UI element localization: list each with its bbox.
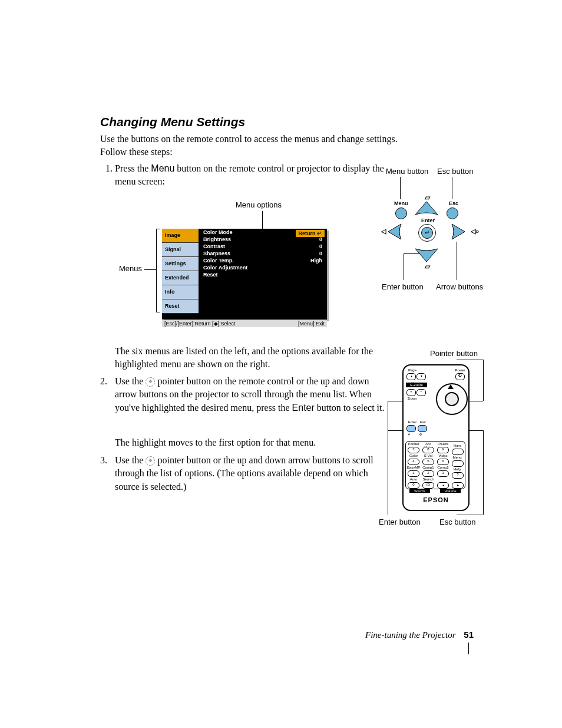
step1-pre: Press the bbox=[115, 163, 151, 173]
enter-arrow-icon: ↵ bbox=[421, 227, 433, 239]
side-button: ? bbox=[452, 472, 464, 479]
num-button: 9 bbox=[437, 447, 449, 453]
source-label: Source bbox=[409, 489, 430, 493]
option-name: Contrast bbox=[203, 243, 225, 250]
enter-button bbox=[406, 425, 416, 432]
num-button: 2 bbox=[422, 470, 434, 477]
enter-text: Enter bbox=[421, 218, 435, 223]
option-name: Color Adjustment bbox=[203, 264, 247, 271]
callout-line bbox=[388, 416, 388, 515]
vol-button: ◂ bbox=[437, 482, 449, 489]
arrow-buttons-caption: Arrow buttons bbox=[436, 282, 483, 291]
volume-label: Volume bbox=[440, 489, 461, 493]
arrow-right-button bbox=[451, 223, 466, 241]
brand-label: EPSON bbox=[404, 496, 468, 503]
enter-arrow-icon: ↵ bbox=[408, 432, 411, 436]
control-panel-diagram: Menu Esc Enter ▱ ▱ ◁ ◁» ↵ bbox=[386, 183, 477, 277]
rlbl: EasyMP bbox=[406, 466, 421, 469]
option-name: Reset bbox=[203, 271, 218, 278]
num-button: 6 bbox=[437, 459, 449, 465]
arrow-up-button bbox=[414, 200, 439, 216]
num-button: 4 bbox=[408, 459, 419, 465]
page-label: Page bbox=[407, 368, 418, 372]
projector-menu-figure: Image Signal Settings Extended Info Rese… bbox=[162, 229, 327, 319]
arrow-left-button bbox=[387, 223, 402, 241]
callout-line bbox=[404, 253, 404, 280]
paragraph-after-figure: The six menus are listed on the left, an… bbox=[115, 345, 386, 371]
power-label: Power bbox=[454, 368, 466, 372]
return-button: Return ↵ bbox=[296, 230, 325, 237]
page-number: 51 bbox=[464, 630, 474, 640]
enter-button-caption: Enter button bbox=[382, 282, 424, 291]
remote-control-diagram: Page ▴ ▾ Power ⏻ Up E-Zoom + − Down Ente… bbox=[402, 364, 470, 511]
intro-paragraph: Use the buttons on the remote control to… bbox=[100, 133, 401, 159]
enter-label: Enter bbox=[407, 420, 418, 424]
callout-line bbox=[457, 515, 483, 515]
menu-tab-reset: Reset bbox=[162, 299, 199, 314]
arrow-down-button bbox=[414, 248, 439, 263]
num-button: 8 bbox=[422, 447, 434, 453]
step2-paragraph2: The highlight moves to the first option … bbox=[115, 436, 386, 449]
side-button bbox=[452, 460, 464, 467]
step-1: Press the Menu button on the remote cont… bbox=[115, 162, 398, 189]
option-name: Brightness bbox=[203, 236, 231, 243]
rlbl: Pointer bbox=[408, 442, 419, 446]
option-value: 0 bbox=[319, 243, 322, 250]
page-dn-button: ▾ bbox=[416, 373, 426, 380]
callout-line bbox=[457, 242, 457, 280]
down-label: Down bbox=[407, 397, 418, 400]
option-row: Reset bbox=[199, 271, 327, 278]
menus-caption: Menus bbox=[119, 264, 142, 273]
page-up-button: ▴ bbox=[406, 373, 416, 380]
rlbl: Comp2 bbox=[436, 466, 450, 469]
pointer-up-icon bbox=[448, 384, 454, 389]
menu-footer-bar: [Esc]/[Enter]:Return [◆]:Select [Menu]:E… bbox=[162, 320, 327, 327]
step-2: 2. Use the ✥ pointer button on the remot… bbox=[100, 375, 386, 414]
esc-button bbox=[418, 425, 427, 432]
rlbl: Num bbox=[452, 444, 462, 447]
enter-button-caption-remote: Enter button bbox=[379, 518, 421, 526]
rlbl: Search bbox=[421, 477, 435, 481]
volume-up-icon: ◁» bbox=[471, 228, 479, 235]
volume-down-icon: ◁ bbox=[381, 228, 386, 235]
step-3: 3. Use the ✥ pointer button or the up an… bbox=[100, 454, 386, 493]
enter-word: Enter bbox=[292, 403, 315, 413]
page-footer: Fine-tuning the Projector 51 bbox=[365, 630, 474, 640]
rlbl: Comp1 bbox=[421, 466, 435, 469]
num-button: 1 bbox=[408, 470, 419, 477]
footer-section-title: Fine-tuning the Projector bbox=[365, 630, 456, 640]
step2-pre: Use the bbox=[115, 376, 146, 386]
pointer-button-caption: Pointer button bbox=[430, 349, 478, 358]
esc-label: Esc bbox=[419, 420, 427, 424]
menu-tab-image: Image bbox=[162, 229, 199, 243]
rlbl: S-Vid bbox=[421, 454, 435, 457]
menu-footer-right: [Menu]:Exit bbox=[298, 321, 325, 327]
menu-tab-settings: Settings bbox=[162, 257, 199, 271]
option-row: Color Adjustment bbox=[199, 264, 327, 271]
callout-line bbox=[144, 269, 156, 270]
esc-text: Esc bbox=[449, 200, 458, 206]
num-button: 7 bbox=[408, 447, 419, 453]
power-button: ⏻ bbox=[455, 373, 465, 380]
callout-line bbox=[400, 177, 401, 199]
menu-footer-left: [Esc]/[Enter]:Return [◆]:Select bbox=[164, 321, 236, 327]
callout-line bbox=[457, 360, 483, 360]
option-name: Sharpness bbox=[203, 250, 230, 257]
option-name: Color Temp. bbox=[203, 257, 234, 264]
esc-button-caption-remote: Esc button bbox=[439, 518, 475, 526]
rlbl: Color bbox=[408, 454, 419, 457]
option-row: Sharpness0 bbox=[199, 250, 327, 257]
callout-line bbox=[483, 430, 484, 515]
esc-arrow-icon: ⟲ bbox=[419, 432, 422, 436]
num-button: 0 bbox=[408, 482, 419, 489]
pointer-center bbox=[445, 392, 459, 406]
step3-pre: Use the bbox=[115, 455, 146, 465]
option-value: High bbox=[310, 257, 322, 264]
esc-button-caption: Esc button bbox=[437, 167, 473, 176]
pointer-icon: ✥ bbox=[146, 456, 155, 466]
callout-line bbox=[262, 211, 263, 229]
rlbl: Freeze bbox=[437, 442, 449, 446]
menu-tab-extended: Extended bbox=[162, 271, 199, 285]
keystone-icon: ▱ bbox=[425, 262, 430, 271]
esc-button-shape bbox=[447, 207, 458, 219]
